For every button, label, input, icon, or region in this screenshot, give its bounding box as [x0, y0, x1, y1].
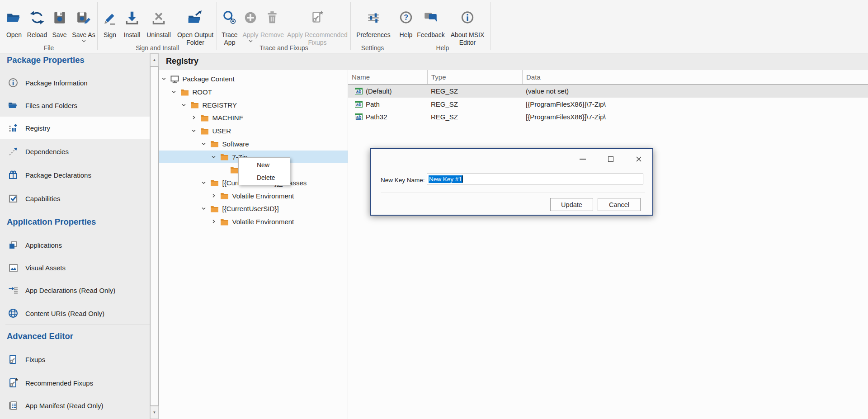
sidebar-item-label: Capabilities — [25, 195, 61, 202]
sidebar-item-content-uris-read-only[interactable]: Content URIs (Read Only) — [0, 302, 150, 325]
dialog-window-controls — [579, 155, 643, 163]
tree-expander[interactable] — [161, 76, 166, 81]
column-header-data[interactable]: Data — [522, 70, 868, 84]
close-icon[interactable] — [635, 155, 643, 163]
app-declarations-icon — [8, 285, 19, 296]
value-row-default[interactable]: ab(Default)REG_SZ(value not set) — [348, 85, 868, 98]
save-as-button[interactable]: Save As — [70, 0, 97, 42]
tree-row-label: Software — [222, 140, 249, 148]
tree-expander[interactable] — [191, 128, 196, 133]
sign-icon — [102, 10, 118, 25]
expander-expanded — [171, 89, 176, 94]
registry-icon — [8, 122, 19, 133]
dropdown-chevron[interactable] — [249, 40, 253, 42]
apply-button[interactable]: Apply — [241, 0, 260, 42]
folder-icon — [210, 205, 219, 212]
sidebar-item-package-information[interactable]: Package Information — [0, 71, 150, 94]
tree-row-root[interactable]: ROOT — [159, 85, 348, 99]
tree-expander[interactable] — [181, 103, 186, 108]
sidebar-item-applications[interactable]: Applications — [0, 234, 150, 256]
sidebar-heading-advanced-editor: Advanced Editor — [7, 331, 73, 341]
sidebar-item-label: Recommended Fixups — [25, 379, 93, 387]
ribbon-group-file: OpenReloadSaveSave AsFile — [0, 0, 98, 53]
reload-button[interactable]: Reload — [25, 0, 49, 39]
tree-expander[interactable] — [211, 219, 216, 224]
open-output-folder-button[interactable]: Open Output Folder — [174, 0, 217, 46]
apply-recommended-fixups-button[interactable]: Apply Recommended Fixups — [284, 0, 351, 46]
cancel-button[interactable]: Cancel — [598, 198, 641, 211]
tree-row-currentusersid[interactable]: [{CurrentUserSID}] — [159, 202, 348, 216]
sidebar-item-label: Visual Assets — [25, 264, 66, 272]
scroll-up-icon[interactable]: ▲ — [150, 53, 159, 66]
tree-expander[interactable] — [201, 180, 206, 185]
scrollbar-thumb[interactable] — [150, 66, 159, 406]
new-key-name-input[interactable]: New Key #1 — [427, 174, 643, 184]
uninstall-button[interactable]: Uninstall — [144, 0, 174, 39]
sidebar-scrollbar[interactable]: ▲ ▼ — [150, 53, 159, 419]
open-icon — [6, 10, 22, 25]
open-output-folder-icon — [188, 10, 203, 25]
sidebar-item-capabilities[interactable]: Capabilities — [0, 187, 150, 210]
sidebar-divider — [5, 324, 150, 325]
reg-sz-icon: ab — [355, 101, 363, 108]
applications-icon — [8, 240, 19, 250]
sidebar-item-fixups[interactable]: Fixups — [0, 348, 150, 371]
tree-expander[interactable] — [211, 155, 216, 160]
save-button[interactable]: Save — [49, 0, 70, 39]
folder-icon — [210, 179, 219, 186]
sidebar-item-recommended-fixups[interactable]: Recommended Fixups — [0, 372, 150, 394]
about-msix-editor-button[interactable]: About MSIX Editor — [446, 0, 489, 46]
ribbon-button-label: Apply — [242, 31, 258, 39]
tree-row-volatile-environment[interactable]: Volatile Environment — [159, 189, 348, 202]
sidebar-item-package-declarations[interactable]: Package Declarations — [0, 164, 150, 186]
minimize-icon[interactable] — [579, 155, 587, 163]
page-title: Registry — [166, 56, 198, 66]
help-icon — [398, 10, 414, 25]
tree-row-user[interactable]: USER — [159, 124, 348, 137]
trace-app-button[interactable]: Trace App — [219, 0, 241, 46]
scroll-down-icon[interactable]: ▼ — [150, 406, 159, 419]
tree-expander[interactable] — [191, 115, 196, 120]
expander-expanded — [201, 180, 206, 185]
value-type: REG_SZ — [427, 98, 522, 111]
context-menu-item-delete[interactable]: Delete — [239, 171, 290, 184]
install-button[interactable]: Install — [120, 0, 144, 39]
context-menu-item-new[interactable]: New — [239, 159, 290, 171]
value-row-path32[interactable]: abPath32REG_SZ[{ProgramFilesX86}]\7-Zip\ — [348, 110, 868, 123]
ribbon-group-label: Sign and Install — [98, 44, 217, 52]
dropdown-chevron[interactable] — [82, 40, 86, 42]
open-button[interactable]: Open — [3, 0, 25, 39]
tree-row-volatile-environment[interactable]: Volatile Environment — [159, 215, 348, 228]
preferences-button[interactable]: Preferences — [353, 0, 394, 39]
tree-expander[interactable] — [201, 141, 206, 146]
ribbon-group-settings: PreferencesSettings — [351, 0, 394, 53]
tree-row-package-content[interactable]: Package Content — [159, 73, 348, 86]
remove-button[interactable]: Remove — [260, 0, 284, 39]
tree-row-software[interactable]: Software — [159, 137, 348, 151]
column-header-name[interactable]: Name — [348, 70, 427, 84]
update-button[interactable]: Update — [550, 198, 593, 211]
sidebar-item-app-manifest-read-only[interactable]: App Manifest (Read Only) — [0, 394, 150, 417]
new-key-name-label: New Key Name: — [381, 177, 425, 184]
sidebar-item-dependencies[interactable]: Dependencies — [0, 140, 150, 163]
column-header-type[interactable]: Type — [427, 70, 522, 84]
sidebar-item-app-declarations-read-only[interactable]: App Declarations (Read Only) — [0, 279, 150, 301]
tree-row-registry[interactable]: REGISTRY — [159, 99, 348, 112]
maximize-icon[interactable] — [607, 155, 615, 163]
help-button[interactable]: Help — [396, 0, 416, 39]
tree-expander[interactable] — [171, 89, 176, 94]
tree-expander[interactable] — [201, 206, 206, 211]
fixups-icon — [8, 354, 19, 365]
tree-row-machine[interactable]: MACHINE — [159, 112, 348, 125]
sidebar-item-registry[interactable]: Registry — [0, 117, 150, 139]
tree-expander[interactable] — [211, 193, 216, 198]
feedback-button[interactable]: Feedback — [416, 0, 446, 39]
value-row-path[interactable]: abPathREG_SZ[{ProgramFilesX86}]\7-Zip\ — [348, 98, 868, 111]
sign-button[interactable]: Sign — [99, 0, 120, 39]
folder-icon — [210, 140, 219, 147]
sidebar-item-visual-assets[interactable]: Visual Assets — [0, 256, 150, 279]
sidebar-item-files-and-folders[interactable]: Files and Folders — [0, 94, 150, 117]
folder-icon — [220, 153, 229, 160]
folder-icon — [200, 127, 209, 135]
folder-icon — [220, 192, 229, 199]
